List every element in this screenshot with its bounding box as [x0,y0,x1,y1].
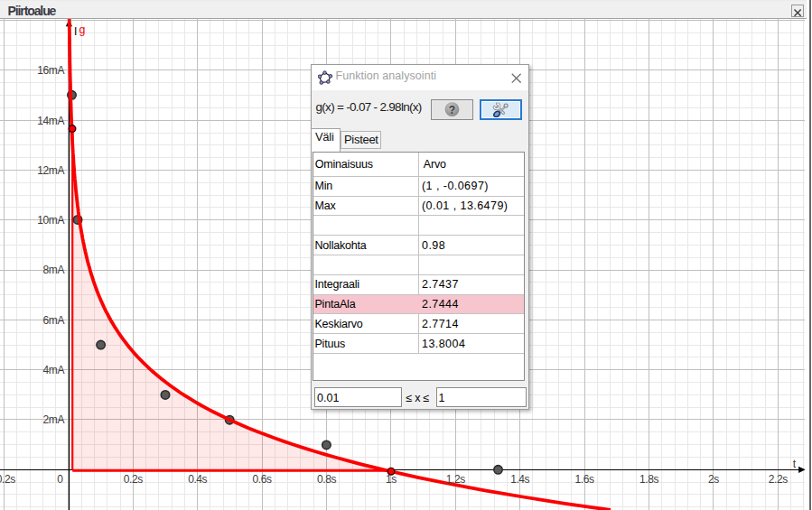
svg-text:1.4s: 1.4s [510,473,529,486]
svg-text:0.2s: 0.2s [124,473,143,486]
svg-text:1.8s: 1.8s [639,473,658,486]
svg-text:1.6s: 1.6s [575,473,594,486]
svg-text:4mA: 4mA [43,364,65,376]
svg-text:I: I [74,25,77,38]
svg-text:8mA: 8mA [43,264,65,276]
svg-text:6mA: 6mA [43,314,65,327]
svg-text:?: ? [449,104,455,116]
svg-text:0: 0 [57,473,63,486]
svg-text:12mA: 12mA [37,164,64,177]
svg-text:2mA: 2mA [43,413,65,426]
svg-text:-0.2s: -0.2s [0,473,15,486]
svg-text:2.2s: 2.2s [769,473,788,486]
svg-text:t: t [793,458,797,470]
svg-text:2s: 2s [708,473,719,486]
svg-text:0.8s: 0.8s [317,473,336,486]
svg-text:g: g [79,23,86,36]
svg-text:1s: 1s [386,473,397,486]
svg-text:14mA: 14mA [37,115,64,127]
svg-text:1.2s: 1.2s [446,473,465,486]
svg-text:0.4s: 0.4s [188,473,207,486]
svg-text:16mA: 16mA [37,64,64,77]
svg-text:0.6s: 0.6s [253,473,272,486]
svg-text:10mA: 10mA [37,214,64,227]
